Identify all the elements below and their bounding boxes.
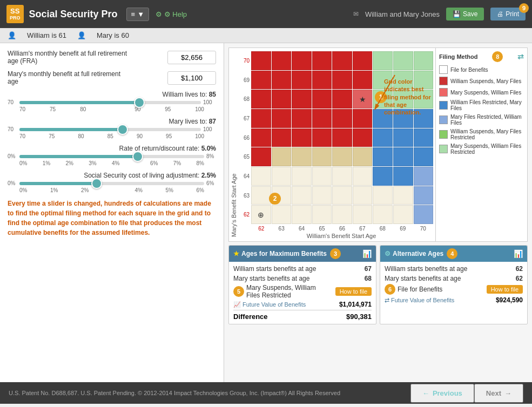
grid-cell[interactable]: [312, 167, 332, 186]
grid-cell[interactable]: [312, 147, 332, 166]
alt-how-to-button[interactable]: How to file: [487, 285, 523, 294]
grid-cell[interactable]: [332, 90, 352, 108]
save-button[interactable]: 💾 Save: [446, 8, 484, 21]
grid-cell[interactable]: [251, 128, 271, 147]
chart-bar-icon[interactable]: 📊: [362, 249, 372, 258]
grid-cell[interactable]: [393, 147, 413, 166]
grid-cell[interactable]: [251, 90, 271, 108]
grid-cell[interactable]: [414, 186, 434, 205]
grid-cell[interactable]: [353, 186, 373, 205]
grid-cell[interactable]: [251, 51, 271, 70]
grid-cell[interactable]: [393, 167, 413, 186]
grid-cell-star[interactable]: ★: [353, 90, 373, 108]
badge-5-wrapper: 5 Mary Suspends, William Files Restricte…: [233, 284, 322, 299]
max-method-label: Mary Suspends, William Files Restricted: [246, 284, 322, 299]
grid-cell[interactable]: [251, 186, 271, 205]
grid-cell[interactable]: [393, 128, 413, 147]
grid-cell[interactable]: [292, 147, 312, 166]
previous-button[interactable]: ← Previous: [410, 384, 474, 403]
grid-cell[interactable]: [292, 90, 312, 108]
grid-cell[interactable]: [292, 109, 312, 128]
grid-cell[interactable]: [332, 167, 352, 186]
grid-cell[interactable]: [373, 205, 393, 224]
chart-bar-icon-2[interactable]: 📊: [514, 249, 523, 258]
grid-cell[interactable]: [332, 109, 352, 128]
grid-cell[interactable]: [353, 147, 373, 166]
grid-cell[interactable]: [312, 51, 332, 70]
grid-cell[interactable]: [332, 147, 352, 166]
grid-cell[interactable]: [332, 205, 352, 224]
grid-cell[interactable]: [332, 51, 352, 70]
alt-mary-age-label: Mary starts benefits at age: [385, 275, 461, 282]
grid-cell[interactable]: [332, 71, 352, 90]
grid-cell[interactable]: [292, 128, 312, 147]
william-lives-label: William lives to: 85: [8, 91, 216, 98]
mary-benefit-input[interactable]: [167, 71, 216, 85]
grid-cell[interactable]: [414, 205, 434, 224]
grid-cell[interactable]: [272, 109, 292, 128]
grid-cell[interactable]: [393, 205, 413, 224]
grid-cell[interactable]: [414, 128, 434, 147]
grid-cell[interactable]: [292, 186, 312, 205]
grid-cell[interactable]: [312, 205, 332, 224]
y-tick-69: 69: [239, 77, 250, 83]
grid-cell[interactable]: [312, 90, 332, 108]
help-button[interactable]: ⚙ ⚙ Help: [156, 10, 187, 18]
mary-slider-thumb[interactable]: [117, 124, 128, 135]
grid-cell[interactable]: [353, 51, 373, 70]
grid-cell[interactable]: [292, 205, 312, 224]
grid-cell[interactable]: [332, 128, 352, 147]
gear-icon-header: ⚙: [385, 250, 390, 257]
menu-button[interactable]: ≡ ▼: [126, 8, 149, 21]
william-slider-thumb[interactable]: [134, 97, 145, 108]
grid-rows: 70: [239, 51, 433, 224]
cola-slider-thumb[interactable]: [91, 178, 102, 189]
grid-cell[interactable]: [393, 186, 413, 205]
legend-share-icon[interactable]: ⇄: [517, 52, 524, 61]
grid-cell[interactable]: [312, 71, 332, 90]
grid-cell[interactable]: [292, 51, 312, 70]
grid-cell[interactable]: [272, 51, 292, 70]
grid-cell[interactable]: [373, 147, 393, 166]
grid-cell[interactable]: [272, 71, 292, 90]
alt-william-age-label: William starts benefits at age: [385, 265, 467, 273]
grid-cell[interactable]: [353, 205, 373, 224]
grid-cell[interactable]: [353, 71, 373, 90]
grid-cell[interactable]: [272, 90, 292, 108]
grid-cell[interactable]: [251, 147, 271, 166]
max-how-to-button[interactable]: How to file: [335, 287, 372, 296]
alt-fvb-row: ⇄ Future Value of Benefits $924,590: [385, 296, 523, 304]
grid-cell[interactable]: [251, 167, 271, 186]
grid-cell[interactable]: [373, 167, 393, 186]
grid-cell[interactable]: [312, 128, 332, 147]
grid-cell[interactable]: [292, 71, 312, 90]
legend-item-wfr: William Files Restricted, Mary Files: [439, 99, 524, 111]
right-panel: Mary's Benefit Start Age 70: [224, 43, 532, 382]
grid-cell[interactable]: [414, 51, 434, 70]
grid-cell[interactable]: [272, 205, 292, 224]
grid-cell[interactable]: [312, 186, 332, 205]
grid-cell[interactable]: [373, 51, 393, 70]
grid-cell[interactable]: [353, 167, 373, 186]
grid-cell[interactable]: [272, 147, 292, 166]
grid-cell[interactable]: [251, 109, 271, 128]
mary-slider-min: 70: [8, 126, 17, 132]
grid-cell[interactable]: [353, 128, 373, 147]
grid-cell[interactable]: [353, 109, 373, 128]
grid-cell[interactable]: [312, 109, 332, 128]
grid-cell[interactable]: [393, 51, 413, 70]
grid-cell[interactable]: [414, 147, 434, 166]
grid-cell[interactable]: [414, 167, 434, 186]
william-benefit-input[interactable]: [167, 51, 216, 64]
grid-cell[interactable]: [373, 128, 393, 147]
grid-cell[interactable]: [332, 186, 352, 205]
grid-cell[interactable]: [373, 186, 393, 205]
grid-cell[interactable]: [292, 167, 312, 186]
grid-cell[interactable]: [272, 167, 292, 186]
grid-cell[interactable]: [251, 71, 271, 90]
rate-slider-thumb[interactable]: [132, 151, 143, 162]
next-button[interactable]: Next →: [474, 384, 523, 403]
star-icon: ★: [359, 95, 366, 104]
grid-cell[interactable]: [272, 128, 292, 147]
grid-cell-crosshair[interactable]: ⊕: [251, 205, 271, 224]
